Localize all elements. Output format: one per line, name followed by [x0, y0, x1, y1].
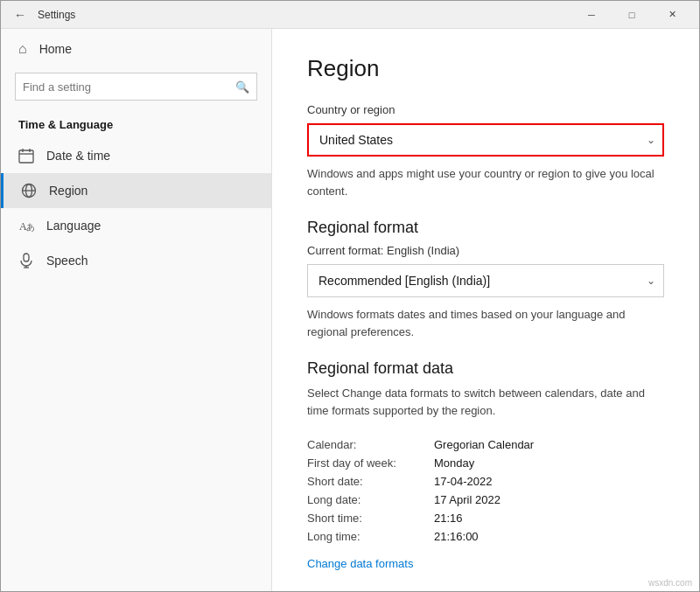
search-input[interactable] [23, 80, 232, 94]
main-layout: ⌂ Home 🔍 Time & Language Date & time [1, 29, 699, 591]
current-format-label: Current format: English (India) [307, 244, 664, 257]
titlebar-title: Settings [38, 9, 75, 21]
format-row: Long time: 21:16:00 [307, 530, 664, 543]
format-value: Monday [434, 456, 474, 470]
format-value: 17-04-2022 [434, 475, 493, 488]
format-key: Long date: [307, 493, 434, 506]
window-controls: ─ □ ✕ [571, 1, 692, 29]
maximize-icon: □ [629, 10, 635, 20]
region-icon [21, 183, 37, 198]
format-key: Long time: [307, 530, 434, 543]
format-key: Short date: [307, 475, 434, 488]
sidebar-item-language[interactable]: A あ Language [1, 208, 271, 243]
format-key: First day of week: [307, 456, 434, 470]
format-value: 21:16 [434, 512, 463, 525]
regional-format-dropdown-wrapper: Recommended [English (India)] ⌄ [307, 264, 664, 297]
search-box: 🔍 [15, 73, 257, 101]
regional-format-data-heading: Regional format data [307, 359, 664, 378]
regional-format-heading: Regional format [307, 219, 664, 237]
country-description: Windows and apps might use your country … [307, 165, 664, 199]
format-row: Short date: 17-04-2022 [307, 475, 664, 488]
regional-format-dropdown[interactable]: Recommended [English (India)] [307, 264, 664, 297]
page-title: Region [307, 55, 664, 82]
sidebar-item-speech[interactable]: Speech [1, 243, 271, 278]
content-area: Region Country or region United States ⌄… [272, 29, 699, 591]
svg-rect-9 [24, 254, 29, 261]
format-key: Short time: [307, 512, 434, 525]
sidebar-item-home[interactable]: ⌂ Home [1, 29, 271, 69]
sidebar-item-speech-label: Speech [46, 254, 88, 268]
svg-text:あ: あ [26, 222, 34, 232]
settings-window: ← Settings ─ □ ✕ ⌂ Home 🔍 T [0, 0, 700, 592]
sidebar-item-date-time-label: Date & time [46, 149, 110, 163]
sidebar-item-region[interactable]: Region [1, 173, 271, 208]
regional-format-description: Windows formats dates and times based on… [307, 306, 664, 340]
search-icon: 🔍 [235, 80, 249, 94]
format-row: Short time: 21:16 [307, 512, 664, 525]
format-data-table: Calendar: Gregorian Calendar First day o… [307, 438, 664, 543]
format-key: Calendar: [307, 438, 434, 451]
minimize-button[interactable]: ─ [571, 1, 612, 29]
close-icon: ✕ [668, 9, 676, 20]
sidebar-item-region-label: Region [49, 184, 88, 198]
close-button[interactable]: ✕ [652, 1, 692, 29]
change-data-formats-link[interactable]: Change data formats [307, 557, 413, 570]
format-value: 17 April 2022 [434, 493, 500, 506]
language-icon: A あ [18, 218, 34, 233]
country-label: Country or region [307, 103, 664, 116]
sidebar: ⌂ Home 🔍 Time & Language Date & time [1, 29, 272, 591]
back-icon: ← [14, 8, 26, 22]
home-label: Home [39, 42, 72, 56]
maximize-button[interactable]: □ [612, 1, 652, 29]
format-row: First day of week: Monday [307, 456, 664, 470]
country-dropdown[interactable]: United States [307, 123, 664, 157]
format-row: Calendar: Gregorian Calendar [307, 438, 664, 451]
sidebar-item-language-label: Language [46, 219, 101, 233]
sidebar-item-date-time[interactable]: Date & time [1, 138, 271, 173]
svg-rect-0 [19, 150, 33, 163]
date-time-icon [18, 148, 34, 164]
back-button[interactable]: ← [8, 3, 32, 27]
country-dropdown-wrapper: United States ⌄ [307, 123, 664, 157]
format-row: Long date: 17 April 2022 [307, 493, 664, 506]
watermark: wsxdn.com [648, 578, 692, 588]
regional-format-data-description: Select Change data formats to switch bet… [307, 385, 664, 419]
titlebar: ← Settings ─ □ ✕ [1, 1, 699, 29]
minimize-icon: ─ [588, 10, 595, 20]
format-value: Gregorian Calendar [434, 438, 534, 451]
home-icon: ⌂ [18, 41, 27, 57]
format-value: 21:16:00 [434, 530, 479, 543]
sidebar-section-title: Time & Language [1, 109, 271, 138]
speech-icon [18, 253, 34, 268]
